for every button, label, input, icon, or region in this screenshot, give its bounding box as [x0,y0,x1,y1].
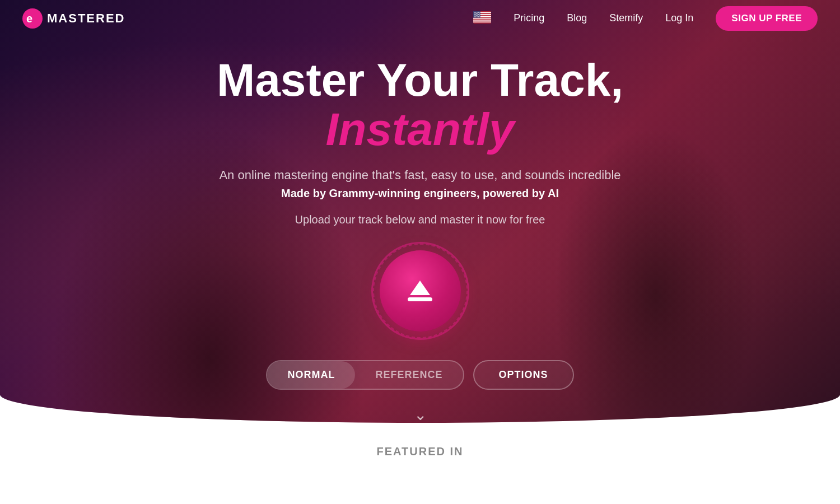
normal-toggle-button[interactable]: NORMAL [267,361,355,389]
svg-point-13 [478,12,479,13]
upload-area [371,242,469,340]
svg-point-20 [475,14,477,15]
nav-links: Pricing Blog Stemify Log In SIGN UP FREE [473,6,818,31]
hero-title-line1: Master Your Track, [217,56,623,104]
chevron-down-area: ⌄ [414,405,427,423]
svg-point-15 [475,13,476,14]
normal-reference-toggle: NORMAL REFERENCE [266,360,464,390]
navbar: e MASTERED [0,0,840,36]
featured-section: FEATURED IN [0,423,840,469]
svg-point-26 [478,15,479,16]
svg-point-14 [479,12,480,13]
svg-point-11 [475,12,477,13]
svg-point-16 [476,13,477,14]
svg-point-27 [479,15,480,16]
svg-rect-6 [473,17,491,18]
hero-title-line2: Instantly [325,104,514,155]
hero-subtitle-bold: Made by Grammy-winning engineers, powere… [281,187,559,200]
svg-point-28 [474,16,475,17]
toggle-area: NORMAL REFERENCE OPTIONS [266,360,573,390]
nav-login[interactable]: Log In [665,12,693,24]
hero-content: Master Your Track, Instantly An online m… [0,0,840,423]
featured-title: FEATURED IN [377,445,464,458]
logo[interactable]: e MASTERED [22,8,125,29]
reference-toggle-button[interactable]: REFERENCE [355,361,463,389]
nav-blog[interactable]: Blog [567,12,587,24]
upload-icon [408,281,432,301]
svg-point-32 [479,16,480,17]
svg-point-19 [474,14,475,15]
signup-button[interactable]: SIGN UP FREE [716,6,818,31]
upload-outer-ring [371,242,469,340]
logo-text: MASTERED [47,11,125,26]
svg-point-24 [475,15,476,16]
svg-point-10 [474,12,475,13]
svg-point-22 [478,14,479,15]
us-flag-icon[interactable] [473,11,491,26]
svg-point-23 [479,14,480,15]
hero-section: Master Your Track, Instantly An online m… [0,0,840,423]
options-button[interactable]: OPTIONS [473,360,574,390]
nav-pricing[interactable]: Pricing [514,12,544,24]
svg-point-18 [479,13,480,14]
svg-point-25 [476,15,477,16]
hero-subtitle: An online mastering engine that's fast, … [219,168,620,183]
svg-point-30 [477,16,478,17]
upload-button[interactable] [380,250,461,332]
nav-stemify[interactable]: Stemify [609,12,643,24]
svg-point-21 [477,14,478,15]
emastered-logo-icon: e [22,8,43,29]
hero-upload-text: Upload your track below and master it no… [295,213,545,226]
svg-rect-8 [473,21,491,22]
svg-point-17 [478,13,479,14]
svg-point-31 [478,16,479,17]
svg-text:e: e [26,12,32,25]
chevron-down-icon[interactable]: ⌄ [414,405,427,423]
svg-point-29 [475,16,477,17]
svg-rect-7 [473,20,491,21]
svg-point-12 [477,12,478,13]
